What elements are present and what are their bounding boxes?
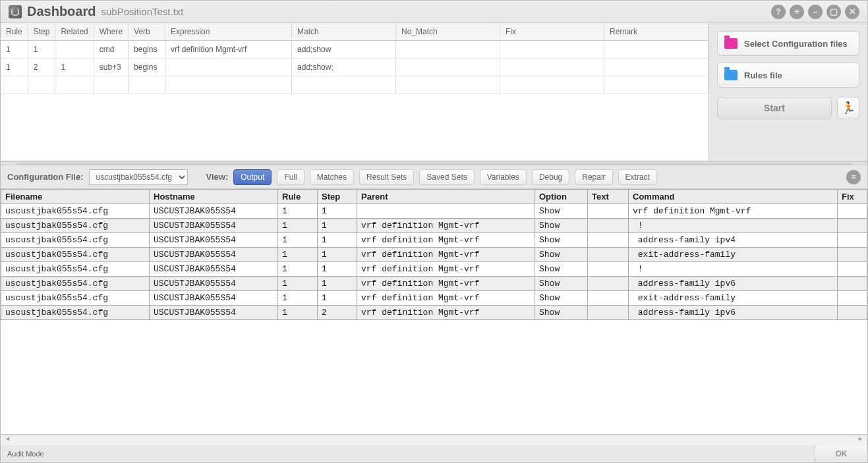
output-cell-text [588,277,629,291]
output-cell-hostname: USCUSTJBAK055S54 [150,219,278,233]
close-icon[interactable]: ✕ [845,5,859,19]
output-row[interactable]: uscustjbak055s54.cfgUSCUSTJBAK055S5411vr… [1,248,867,262]
select-config-label: Select Configuration files [744,39,848,49]
output-row[interactable]: uscustjbak055s54.cfgUSCUSTJBAK055S5411vr… [1,277,867,291]
ocol-fix[interactable]: Fix [838,190,867,204]
output-row[interactable]: uscustjbak055s54.cfgUSCUSTJBAK055S5411vr… [1,291,867,306]
rules-cell-expr: vrf definition Mgmt-vrf [165,41,292,59]
col-where[interactable]: Where [94,23,128,41]
side-panel: Select Configuration files Rules file St… [709,23,867,161]
output-cell-step: 1 [318,277,357,291]
col-expression[interactable]: Expression [165,23,292,41]
select-config-files-button[interactable]: Select Configuration files [717,31,859,56]
rules-row-empty[interactable] [1,76,709,94]
ocol-parent[interactable]: Parent [357,190,535,204]
output-row[interactable]: uscustjbak055s54.cfgUSCUSTJBAK055S5411vr… [1,219,867,233]
col-fix[interactable]: Fix [500,23,604,41]
col-nomatch[interactable]: No_Match [396,23,500,41]
maximize-icon[interactable]: ▢ [826,5,841,19]
menu-icon[interactable]: ≡ [790,5,804,19]
rules-cell-rule: 1 [1,41,28,59]
pane-divider[interactable] [1,161,867,165]
view-toolbar: Configuration File: uscustjbak055s54.cfg… [1,165,867,189]
col-match[interactable]: Match [292,23,396,41]
output-cell-fix [838,306,867,320]
ok-button[interactable]: OK [815,445,867,462]
output-cell-option: Show [535,306,588,320]
ocol-rule[interactable]: Rule [278,190,318,204]
output-cell-parent: vrf definition Mgmt-vrf [357,233,535,248]
col-verb[interactable]: Verb [129,23,165,41]
col-rule[interactable]: Rule [1,23,28,41]
window-title: Dashboard [27,4,96,19]
output-cell-filename: uscustjbak055s54.cfg [1,291,150,306]
output-cell-command: exit-address-family [629,291,838,306]
rules-cell-fix [500,41,604,59]
rules-cell-fix [500,59,604,76]
rules-cell-match: add;show [292,41,396,59]
ocol-text[interactable]: Text [588,190,629,204]
col-related[interactable]: Related [55,23,94,41]
view-debug-button[interactable]: Debug [532,169,569,185]
view-result-sets-button[interactable]: Result Sets [359,169,414,185]
horizontal-scrollbar[interactable] [1,435,867,445]
start-button[interactable]: Start [717,97,832,119]
col-step[interactable]: Step [28,23,55,41]
view-saved-sets-button[interactable]: Saved Sets [419,169,474,185]
output-cell-option: Show [535,204,588,219]
rules-row[interactable]: 11cmdbeginsvrf definition Mgmt-vrfadd;sh… [1,41,709,59]
output-cell-step: 1 [318,262,357,277]
rules-cell-remark [604,59,709,76]
output-row[interactable]: uscustjbak055s54.cfgUSCUSTJBAK055S5411vr… [1,233,867,248]
rules-row[interactable]: 121sub+3beginsadd;show; [1,59,709,76]
output-cell-filename: uscustjbak055s54.cfg [1,219,150,233]
minimize-icon[interactable]: – [808,5,823,19]
output-cell-step: 1 [318,219,357,233]
output-area: Filename Hostname Rule Step Parent Optio… [1,189,867,435]
rules-file-label: Rules file [744,70,782,80]
view-full-button[interactable]: Full [277,169,304,185]
view-variables-button[interactable]: Variables [480,169,527,185]
ocol-option[interactable]: Option [535,190,588,204]
view-extract-button[interactable]: Extract [618,169,657,185]
output-cell-step: 1 [318,233,357,248]
ocol-command[interactable]: Command [629,190,838,204]
view-matches-button[interactable]: Matches [310,169,354,185]
rules-cell-step: 1 [28,41,55,59]
output-cell-option: Show [535,233,588,248]
ocol-step[interactable]: Step [318,190,357,204]
rules-cell-expr [165,59,292,76]
output-cell-rule: 1 [278,306,318,320]
output-row[interactable]: uscustjbak055s54.cfgUSCUSTJBAK055S5412vr… [1,306,867,320]
view-output-button[interactable]: Output [233,169,272,185]
output-row[interactable]: uscustjbak055s54.cfgUSCUSTJBAK055S5411vr… [1,262,867,277]
config-file-label: Configuration File: [7,172,84,182]
output-cell-filename: uscustjbak055s54.cfg [1,233,150,248]
rules-file-button[interactable]: Rules file [717,63,859,88]
output-row[interactable]: uscustjbak055s54.cfgUSCUSTJBAK055S5411Sh… [1,204,867,219]
output-table[interactable]: Filename Hostname Rule Step Parent Optio… [1,189,867,320]
output-cell-fix [838,291,867,306]
output-header-row: Filename Hostname Rule Step Parent Optio… [1,190,867,204]
toolbar-menu-icon[interactable]: ≡ [846,170,861,184]
output-cell-hostname: USCUSTJBAK055S54 [150,233,278,248]
output-cell-parent: vrf definition Mgmt-vrf [357,219,535,233]
col-remark[interactable]: Remark [604,23,709,41]
help-icon[interactable]: ? [771,5,786,19]
folder-pink-icon [724,38,738,49]
rules-table[interactable]: Rule Step Related Where Verb Expression … [1,23,709,94]
ocol-filename[interactable]: Filename [1,190,150,204]
run-icon[interactable]: 🏃 [837,97,859,119]
output-cell-fix [838,277,867,291]
view-repair-button[interactable]: Repair [575,169,612,185]
output-cell-rule: 1 [278,277,318,291]
titlebar: Dashboard subPositionTest.txt ? ≡ – ▢ ✕ [1,1,867,23]
output-cell-filename: uscustjbak055s54.cfg [1,306,150,320]
ocol-hostname[interactable]: Hostname [150,190,278,204]
output-cell-command: ! [629,219,838,233]
rules-cell-verb: begins [129,59,165,76]
output-cell-hostname: USCUSTJBAK055S54 [150,204,278,219]
config-file-select[interactable]: uscustjbak055s54.cfg [89,169,188,185]
output-cell-fix [838,233,867,248]
output-cell-command: address-family ipv6 [629,277,838,291]
